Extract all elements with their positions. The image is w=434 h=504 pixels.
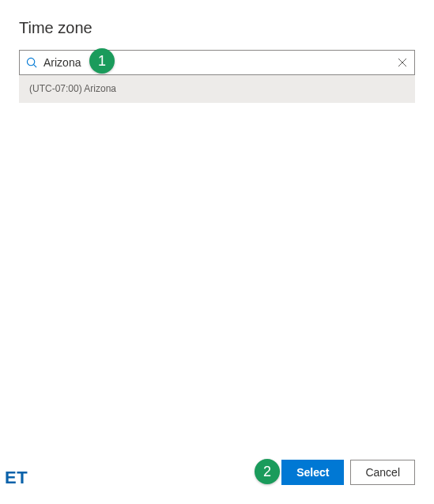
dialog-header: Time zone	[0, 0, 434, 50]
result-item[interactable]: (UTC-07:00) Arizona	[19, 75, 415, 103]
dialog-content: (UTC-07:00) Arizona	[0, 50, 434, 103]
svg-line-1	[33, 64, 36, 67]
svg-point-0	[27, 58, 34, 65]
annotation-marker-2: 2	[255, 459, 280, 484]
select-button[interactable]: Select	[281, 460, 344, 485]
cancel-button[interactable]: Cancel	[350, 460, 415, 485]
dialog-title: Time zone	[19, 19, 415, 37]
search-icon	[20, 57, 43, 69]
watermark: ET	[5, 468, 28, 488]
dialog-footer: Select Cancel	[0, 447, 434, 504]
search-box[interactable]	[19, 50, 415, 75]
clear-icon[interactable]	[391, 58, 414, 67]
annotation-marker-1: 1	[89, 48, 115, 74]
